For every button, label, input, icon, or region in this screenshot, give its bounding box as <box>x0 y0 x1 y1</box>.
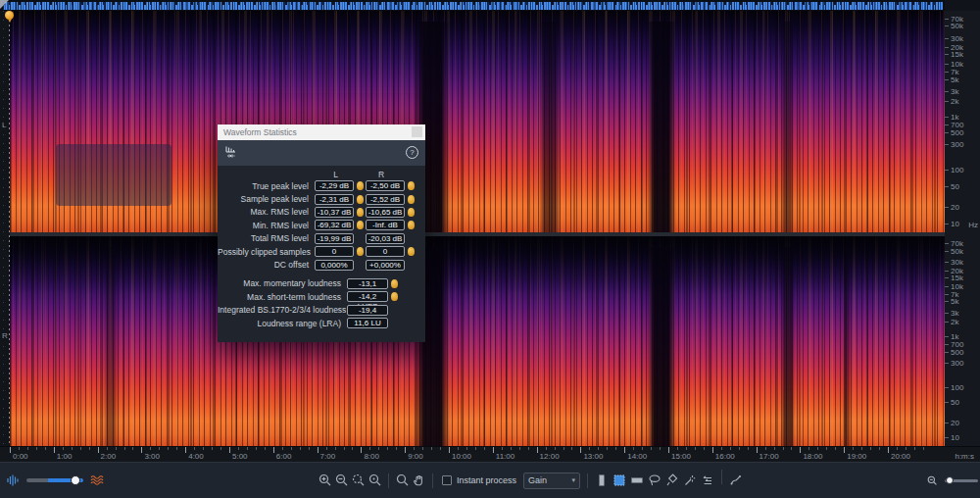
horizontal-zoom-slider[interactable] <box>945 479 978 482</box>
time-selection-tool[interactable] <box>593 470 611 491</box>
ruler-time-label: 9:00 <box>408 452 423 461</box>
lasso-selection-tool[interactable] <box>646 470 663 491</box>
rx-audio-editor-window: L R 70k50k30k20k15k10k7k5k3k2k1k70050030… <box>0 0 980 498</box>
stats-row: Sample peak level-2,31 dB-2,52 dB <box>218 192 425 205</box>
ruler-major-tick <box>757 447 758 453</box>
ruler-major-tick <box>712 447 713 453</box>
ruler-minor-tick <box>923 447 924 450</box>
stats-row: Possibly clipped samples00 <box>218 245 425 258</box>
ruler-minor-tick <box>765 447 766 450</box>
ruler-minor-tick <box>633 447 634 450</box>
toolbar-separator <box>388 473 389 488</box>
hand-tool-icon[interactable] <box>411 470 427 491</box>
freq-tick <box>945 352 949 353</box>
time-ruler[interactable]: h:m:s 0:001:002:003:004:005:006:007:008:… <box>0 446 980 462</box>
ruler-minor-tick <box>344 447 345 450</box>
ruler-minor-tick <box>309 447 310 450</box>
ruler-minor-tick <box>176 447 177 450</box>
ruler-minor-tick <box>431 447 432 450</box>
ruler-minor-tick <box>897 447 898 450</box>
warning-lamp-icon <box>408 247 415 256</box>
ruler-minor-tick <box>651 447 652 450</box>
close-icon[interactable] <box>412 126 422 137</box>
view-blend-slider[interactable] <box>26 478 83 482</box>
ruler-minor-tick <box>265 447 266 450</box>
ruler-minor-tick <box>835 447 836 450</box>
dialog-titlebar[interactable]: Waveform Statistics <box>218 124 425 140</box>
ruler-minor-tick <box>159 447 160 450</box>
toolbar-separator <box>587 473 588 488</box>
spectrogram-right-channel[interactable] <box>10 236 945 446</box>
freq-label: 30k <box>951 34 963 43</box>
ruler-major-tick <box>273 447 274 453</box>
warning-lamp-icon <box>357 208 364 217</box>
ruler-minor-tick <box>783 447 784 450</box>
stats-value-right: -20,03 dB <box>366 233 405 244</box>
freq-label: 3k <box>951 309 958 318</box>
ruler-minor-tick <box>396 447 397 450</box>
overview-waveform-notches <box>3 2 943 5</box>
wand-adjust-tool[interactable] <box>699 470 716 491</box>
frequency-selection-tool[interactable] <box>628 470 646 491</box>
horizontal-zoom-slider-knob[interactable] <box>946 476 954 484</box>
zoom-selection-icon[interactable] <box>350 470 367 491</box>
spectrogram-view-icon[interactable] <box>89 470 106 491</box>
ruler-major-tick <box>318 447 318 453</box>
freq-tick <box>945 124 949 125</box>
ruler-minor-tick <box>256 447 257 450</box>
freq-tick <box>945 286 949 287</box>
zoom-reset-icon[interactable] <box>367 470 383 491</box>
dim-region <box>56 144 172 206</box>
time-frequency-selection-tool[interactable] <box>611 470 628 491</box>
frequency-axis-right-channel: 70k50k30k20k15k10k7k5k3k2k1k700500300100… <box>945 236 980 446</box>
zoom-in-icon[interactable] <box>317 470 333 491</box>
stats-row-label: DC offset <box>218 260 313 270</box>
quiet-gap <box>647 22 676 232</box>
freq-label: 15k <box>951 274 963 282</box>
free-selection-tool[interactable] <box>727 470 745 491</box>
ruler-time-label: 0:00 <box>13 452 28 461</box>
zoom-out-small-icon[interactable] <box>924 470 941 491</box>
freq-tick <box>945 437 949 438</box>
ruler-time-label: 14:00 <box>627 452 647 461</box>
ruler-minor-tick <box>300 447 301 450</box>
ruler-minor-tick <box>564 447 564 450</box>
freq-label: 20 <box>951 419 959 427</box>
stats-value-left: 0,000% <box>315 260 354 271</box>
module-select-dropdown[interactable]: Gain ▾ <box>523 473 580 489</box>
warning-lamp-icon <box>408 195 415 204</box>
freq-label: 20 <box>951 203 959 212</box>
view-blend-slider-knob[interactable] <box>71 475 80 485</box>
stats-value-left: -2,31 dB <box>315 194 354 205</box>
help-icon[interactable]: ? <box>406 146 418 159</box>
spectrogram-left-channel[interactable] <box>10 11 945 232</box>
magic-wand-tool[interactable] <box>681 470 699 491</box>
ruler-minor-tick <box>774 447 775 450</box>
instant-process-checkbox[interactable] <box>442 475 452 485</box>
level-tick-dots <box>3 11 4 446</box>
module-select-value: Gain <box>528 475 547 485</box>
freq-label: 3k <box>951 87 958 96</box>
loudness-row: Max. momentary loudness-13,1 LUFS <box>218 277 425 290</box>
freq-tick <box>945 344 949 345</box>
waveform-view-icon[interactable] <box>4 470 21 491</box>
zoom-out-icon[interactable] <box>333 470 350 491</box>
marker-pin-icon[interactable] <box>5 11 14 20</box>
ruler-major-tick <box>185 447 186 453</box>
magnifier-tool-icon[interactable] <box>394 470 411 491</box>
quiet-gap <box>539 22 561 232</box>
freq-tick <box>945 170 949 171</box>
ruler-minor-tick <box>19 447 20 450</box>
stats-rows: True peak level-2,29 dB-2,50 dBSample pe… <box>218 179 425 272</box>
freq-tick <box>945 294 949 295</box>
waveform-statistics-dialog: Waveform Statistics ? L R True peak leve… <box>218 124 425 342</box>
freq-tick <box>945 277 949 278</box>
ruler-minor-tick <box>203 447 204 450</box>
ruler-minor-tick <box>89 447 90 450</box>
brush-selection-tool[interactable] <box>663 470 681 491</box>
waveform-overview-strip[interactable] <box>0 0 945 11</box>
playhead-line[interactable] <box>9 20 10 446</box>
stats-value-right: 0 <box>366 246 405 257</box>
ruler-minor-tick <box>80 447 81 450</box>
freq-tick <box>945 25 949 26</box>
